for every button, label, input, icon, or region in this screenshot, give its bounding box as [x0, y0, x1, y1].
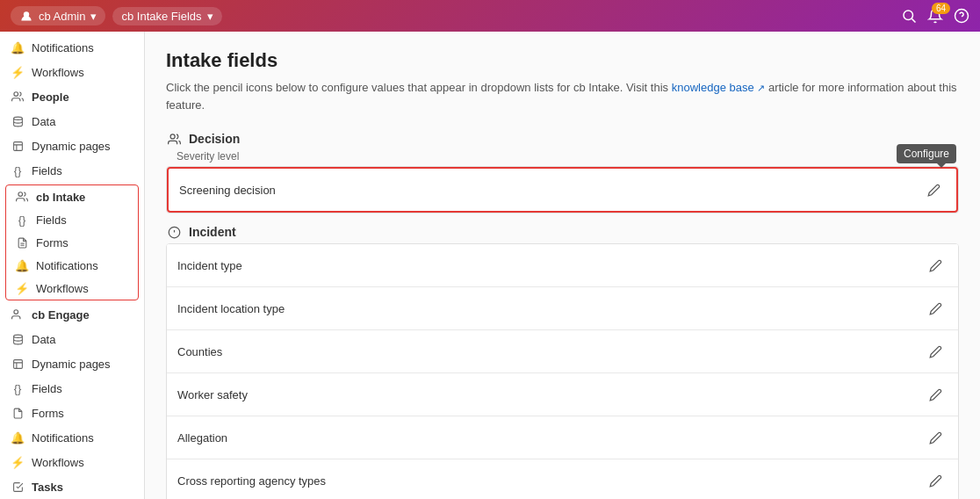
- forms-icon: [15, 235, 29, 250]
- external-link-icon: ↗: [757, 83, 765, 93]
- svg-rect-13: [13, 359, 22, 368]
- section-header-incident: Incident: [166, 224, 959, 240]
- sidebar-item-engage-workflows[interactable]: ⚡ Workflows: [0, 450, 144, 474]
- workflow-icon: ⚡: [11, 455, 25, 469]
- sidebar: 🔔 Notifications ⚡ Workflows People Data …: [0, 32, 145, 499]
- section-incident: Incident Incident type Incident location…: [166, 224, 959, 499]
- help-icon: [954, 8, 969, 24]
- admin-label: cb Admin: [39, 10, 85, 23]
- sidebar-item-engage-data[interactable]: Data: [0, 327, 144, 351]
- forms-icon: [11, 406, 25, 420]
- field-label: Counties: [177, 345, 222, 358]
- page-title: Intake fields: [166, 49, 959, 72]
- workflow-icon: ⚡: [15, 281, 29, 295]
- svg-point-5: [14, 92, 18, 97]
- sidebar-item-engage-notifications[interactable]: 🔔 Notifications: [0, 425, 144, 450]
- pencil-icon: [929, 474, 942, 488]
- edit-allegation-button[interactable]: [923, 425, 948, 450]
- header-left: cb Admin ▾ cb Intake Fields ▾: [11, 6, 222, 25]
- field-label: Incident location type: [177, 302, 285, 315]
- sidebar-section-cb-engage[interactable]: cb Engage: [0, 302, 144, 327]
- sidebar-item-intake-workflows[interactable]: ⚡ Workflows: [6, 277, 138, 300]
- sidebar-item-engage-fields[interactable]: {} Fields: [0, 376, 144, 401]
- data-icon: [11, 114, 25, 128]
- engage-icon: [11, 307, 25, 322]
- sidebar-item-workflows-top[interactable]: ⚡ Workflows: [0, 60, 144, 84]
- workflow-icon: ⚡: [11, 65, 25, 79]
- sidebar-section-tasks[interactable]: Tasks: [0, 474, 144, 499]
- sidebar-label: Dynamic pages: [32, 358, 111, 371]
- field-row-incident-location: Incident location type: [167, 287, 958, 330]
- section-header-decision: Decision: [166, 131, 959, 147]
- sidebar-label: Dynamic pages: [32, 140, 111, 153]
- sidebar-item-notifications-top[interactable]: 🔔 Notifications: [0, 35, 144, 60]
- breadcrumb-dropdown[interactable]: cb Intake Fields ▾: [112, 7, 221, 25]
- incident-fields-card: Incident type Incident location type Cou…: [166, 243, 959, 499]
- sidebar-item-engage-dynamic[interactable]: Dynamic pages: [0, 351, 144, 376]
- notifications-button[interactable]: 64: [927, 8, 943, 24]
- decision-fields-card: Configure Screening decision: [166, 166, 959, 213]
- tasks-icon: [11, 480, 25, 494]
- pencil-icon: [929, 345, 942, 358]
- sidebar-label: Fields: [32, 164, 62, 177]
- svg-line-2: [912, 18, 915, 22]
- section-title: Incident: [189, 225, 236, 239]
- edit-incident-type-button[interactable]: [923, 253, 948, 278]
- pencil-icon: [929, 259, 942, 272]
- field-row-allegation: Allegation: [167, 416, 958, 459]
- incident-section-icon: [166, 224, 182, 240]
- sidebar-item-intake-forms[interactable]: Forms: [6, 231, 138, 254]
- help-button[interactable]: [954, 8, 969, 24]
- sidebar-item-people-dynamic[interactable]: Dynamic pages: [0, 134, 144, 158]
- search-button[interactable]: [901, 8, 917, 24]
- svg-point-1: [904, 11, 913, 20]
- svg-point-8: [18, 192, 23, 197]
- sidebar-item-people-data[interactable]: Data: [0, 109, 144, 134]
- sidebar-label: Workflows: [32, 66, 84, 79]
- breadcrumb-chevron-icon: ▾: [207, 10, 213, 23]
- sidebar-item-people-fields[interactable]: {} Fields: [0, 158, 144, 183]
- svg-point-12: [13, 335, 22, 337]
- field-row-screening: Configure Screening decision: [167, 167, 958, 213]
- edit-screening-button[interactable]: [921, 177, 946, 202]
- fields-icon: {}: [15, 213, 29, 227]
- pages-icon: [11, 357, 25, 371]
- svg-point-11: [14, 310, 18, 315]
- people-section-icon: [166, 131, 182, 147]
- admin-dropdown[interactable]: cb Admin ▾: [11, 6, 105, 25]
- sidebar-label: Notifications: [32, 431, 94, 445]
- knowledge-base-link[interactable]: knowledge base ↗: [672, 81, 768, 94]
- bell-icon: 🔔: [15, 258, 29, 272]
- sidebar-label: Notifications: [36, 259, 98, 272]
- pencil-icon: [929, 431, 942, 445]
- edit-cross-reporting-button[interactable]: [923, 468, 948, 493]
- data-icon: [11, 332, 25, 346]
- admin-icon: [19, 9, 33, 23]
- edit-worker-safety-button[interactable]: [923, 382, 948, 407]
- pages-icon: [11, 139, 25, 153]
- sidebar-label: Forms: [32, 407, 64, 420]
- field-row-cross-reporting: Cross reporting agency types: [167, 459, 958, 499]
- sidebar-item-intake-notifications[interactable]: 🔔 Notifications: [6, 254, 138, 277]
- sidebar-label: Forms: [36, 236, 68, 250]
- pencil-icon: [929, 388, 942, 401]
- header-right: 64: [901, 8, 969, 24]
- field-label: Worker safety: [177, 388, 248, 401]
- intake-icon: [15, 190, 29, 204]
- people-icon: [11, 90, 25, 104]
- fields-icon: {}: [11, 163, 25, 177]
- field-label: Incident type: [177, 259, 242, 272]
- edit-incident-location-button[interactable]: [923, 296, 948, 321]
- sidebar-section-label: People: [32, 90, 69, 104]
- main-container: 🔔 Notifications ⚡ Workflows People Data …: [0, 32, 980, 499]
- sidebar-section-people[interactable]: People: [0, 84, 144, 109]
- sidebar-section-cb-intake[interactable]: cb Intake: [6, 185, 138, 208]
- search-icon: [901, 8, 917, 24]
- edit-counties-button[interactable]: [923, 339, 948, 364]
- sidebar-item-engage-forms[interactable]: Forms: [0, 401, 144, 425]
- sidebar-item-intake-fields[interactable]: {} Fields: [6, 208, 138, 231]
- desc-text: Click the pencil icons below to configur…: [166, 81, 668, 94]
- sidebar-label: Workflows: [36, 282, 89, 295]
- page-description: Click the pencil icons below to configur…: [166, 79, 959, 113]
- bell-icon: 🔔: [11, 40, 25, 54]
